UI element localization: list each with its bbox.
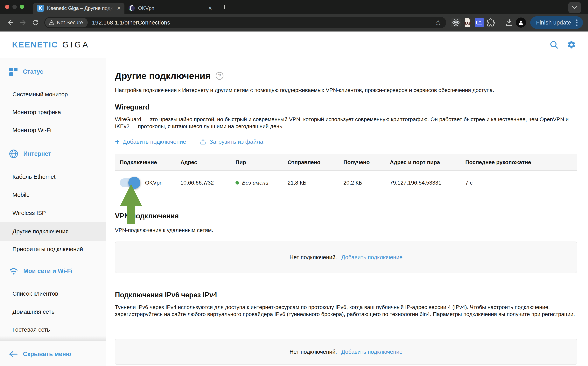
cell-endpoint: 79.127.196.54:53331 [390,180,465,186]
minimize-window-button[interactable] [12,5,17,9]
cell-received: 20,2 КБ [343,180,390,186]
url-text[interactable]: 192.168.1.1/otherConnections [92,19,435,26]
sidebar-item-wifi-monitor[interactable]: Монитор Wi-Fi [12,124,51,136]
sidebar: Статус Системный монитор Монитор трафика… [0,58,106,366]
react-devtools-extension-icon[interactable] [451,17,461,28]
load-from-file-link[interactable]: Загрузить из файла [200,138,263,145]
load-from-file-label: Загрузить из файла [209,138,263,145]
gear-icon[interactable] [567,40,576,49]
sidebar-section-status[interactable]: Статус [9,65,43,78]
toolbar-separator [500,18,500,27]
finish-update-button[interactable]: Finish update [530,16,583,29]
tab-okvpn[interactable]: OKVpn ✕ [124,3,216,14]
sidebar-item-traffic-monitor[interactable]: Монитор трафика [12,106,61,118]
col-handshake: Последнее рукопожатие [465,159,577,166]
browser-toolbar: Not Secure 192.168.1.1/otherConnections … [0,14,588,31]
wireguard-heading: Wireguard [115,103,577,111]
add-connection-link[interactable]: + Добавить подключение [115,138,186,145]
warning-icon [49,20,54,25]
bookmark-icon[interactable]: ☆ [435,18,442,27]
app-header: KEENETIC GIGA [0,31,588,58]
browser-chrome: K Keenetic Giga – Другие подк ✕ OKVpn ✕ … [0,0,588,31]
tab-separator [217,5,217,11]
sidebar-item-home-network[interactable]: Домашняя сеть [12,305,54,318]
cell-handshake: 7 с [465,180,577,186]
security-label: Not Secure [57,20,83,26]
address-bar[interactable]: Not Secure 192.168.1.1/otherConnections … [44,17,446,28]
wireguard-table: Подключение Адрес Пир Отправлено Получен… [115,154,577,195]
table-header-row: Подключение Адрес Пир Отправлено Получен… [115,154,577,171]
hide-menu-label: Скрывать меню [23,351,71,358]
tab-search-button[interactable] [568,2,581,13]
sidebar-item-other-connections[interactable]: Другие подключения [0,222,106,241]
ipv6-add-connection-link[interactable]: Добавить подключение [341,349,402,355]
ipv6-description: Туннели IPv6 через IPv4 используются для… [115,304,577,318]
peer-status-icon [235,181,239,184]
sidebar-section-label: Интернет [23,150,51,157]
sidebar-section-internet[interactable]: Интернет [9,147,51,160]
sidebar-item-client-list[interactable]: Список клиентов [12,287,58,300]
sidebar-item-ethernet[interactable]: Кабель Ethernet [12,171,56,183]
sidebar-item-label: Монитор трафика [12,109,61,115]
col-peer: Пир [235,159,287,166]
sidebar-section-my-networks[interactable]: Мои сети и Wi-Fi [9,265,73,277]
chevron-down-icon [572,6,578,9]
browser-menu-icon[interactable] [575,19,579,27]
vpn-description: VPN-подключения к удаленным сетям. [115,227,577,234]
sidebar-item-label: Домашняя сеть [12,308,54,315]
downloads-button[interactable] [504,17,514,28]
new-tab-button[interactable]: + [220,3,229,11]
security-chip[interactable]: Not Secure [45,18,88,27]
sidebar-item-label: Монитор Wi-Fi [12,127,51,133]
extensions-puzzle-icon[interactable] [486,17,496,28]
back-button[interactable] [5,17,16,28]
dashboard-icon [9,67,18,76]
sidebar-item-label: Wireless ISP [12,210,46,216]
arrow-left-icon [9,351,17,358]
profile-avatar[interactable] [516,17,526,28]
sidebar-item-mobile[interactable]: Mobile [12,189,30,201]
upload-icon [200,138,206,145]
sidebar-section-label: Статус [23,68,43,75]
finish-update-label: Finish update [536,19,571,26]
connection-name[interactable]: OKVpn [145,180,163,186]
forward-button[interactable] [17,17,28,28]
sidebar-item-label: Кабель Ethernet [12,174,56,180]
ipv6-empty-text: Нет подключений. [290,349,337,355]
zoom-window-button[interactable] [20,5,24,9]
help-icon[interactable]: ? [216,72,223,80]
tab-title: OKVpn [138,5,205,11]
close-tab-icon[interactable]: ✕ [208,5,212,11]
vpn-heading: VPN-подключения [115,212,577,220]
vpn-empty-box: Нет подключений. Добавить подключение [115,242,577,273]
cell-sent: 21,8 КБ [287,180,343,186]
main-content: Другие подключения ? Настройка подключен… [106,58,588,366]
tab-keenetic[interactable]: K Keenetic Giga – Другие подк ✕ [33,3,124,14]
json-viewer-extension-icon[interactable] [463,17,473,28]
hide-menu-button[interactable]: Скрывать меню [9,348,71,361]
sidebar-item-system-monitor[interactable]: Системный монитор [12,88,68,100]
globe-icon [9,149,18,159]
sidebar-item-guest-network[interactable]: Гостевая сеть [12,323,50,336]
search-icon[interactable] [550,40,558,49]
ipv6-empty-box: Нет подключений. Добавить подключение [115,339,577,365]
brand-logo: KEENETIC [12,40,58,49]
sidebar-item-label: Приоритеты подключений [12,246,83,252]
reload-button[interactable] [30,17,41,28]
close-window-button[interactable] [5,5,9,9]
sidebar-bottom-fade [0,336,106,341]
close-tab-icon[interactable]: ✕ [117,5,121,11]
col-endpoint: Адрес и порт пира [390,159,465,166]
sidebar-item-label: Mobile [12,191,30,198]
annotation-arrow-up [120,184,142,224]
sidebar-item-label: Гостевая сеть [12,326,50,333]
keenetic-favicon: K [37,5,44,12]
ruler-extension-icon[interactable] [474,17,484,28]
col-connection: Подключение [120,159,181,166]
wireguard-description: WireGuard — это чрезвычайно простой, но … [115,116,577,130]
vpn-add-connection-link[interactable]: Добавить подключение [341,254,402,261]
sidebar-item-wireless-isp[interactable]: Wireless ISP [12,207,46,219]
sidebar-item-connection-priorities[interactable]: Приоритеты подключений [12,243,83,255]
vpn-empty-text: Нет подключений. [290,254,337,261]
model-name: GIGA [62,40,90,49]
